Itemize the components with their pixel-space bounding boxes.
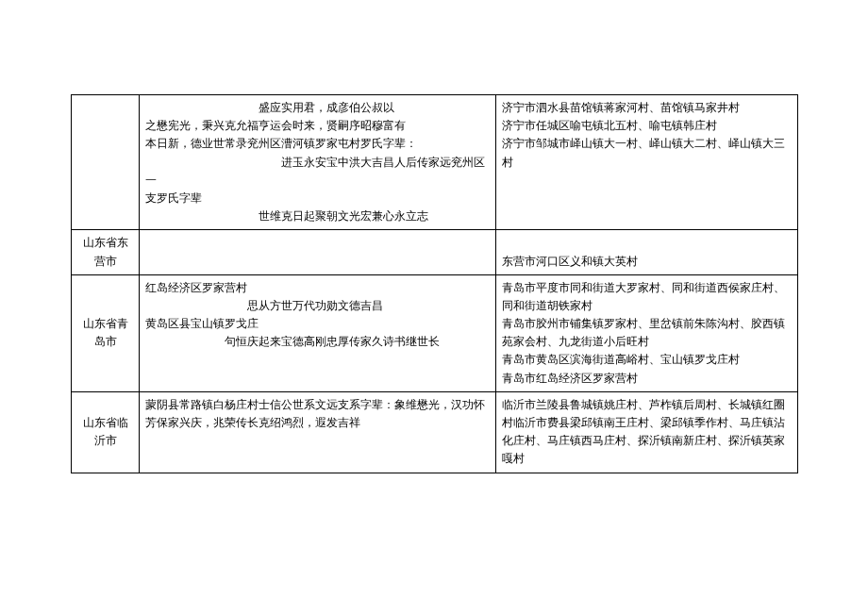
middle-cell: 盛应实用君，成彦伯公叔以之懋宪光，秉兴克允福亨运会时来，贤嗣序昭穆富有本日新，德… [140,95,496,230]
right-cell: 济宁市泗水县苗馆镇蒋家河村、苗馆镇马家井村济宁市任城区喻屯镇北五村、喻屯镇韩庄村… [496,95,798,230]
middle-line: 蒙阴县常路镇白杨庄村士信公世系文远支系字辈：象维懋光，汉功怀芳保家兴庆，兆荣传长… [145,396,490,432]
middle-line: 盛应实用君，成彦伯公叔以 [145,99,490,117]
right-line: 青岛市红岛经济区罗家营村 [502,370,792,388]
middle-cell [140,230,496,274]
right-line: 济宁市任城区喻屯镇北五村、喻屯镇韩庄村 [502,117,792,135]
middle-line: 思从方世万代功勋文德吉昌 [145,297,490,315]
right-line: 青岛市平度市同和街道大罗家村、同和街道西侯家庄村、同和街道胡铁家村 [502,279,792,315]
region-cell: 山东省临沂市 [72,391,140,473]
region-cell: 山东省青岛市 [72,274,140,391]
right-line: 济宁市邹城市峄山镇大一村、峄山镇大二村、峄山镇大三村 [502,135,792,171]
middle-line: 进玉永安宝中洪大吉昌人后传家远兖州区一 [145,154,490,190]
right-line: 临沂市兰陵县鲁城镇姚庄村、芦柞镇后周村、长城镇红圈村临沂市费县梁邱镇南王庄村、梁… [502,396,792,469]
middle-line: 红岛经济区罗家营村 [145,279,490,297]
region-cell: 山东省东营市 [72,230,140,274]
middle-line: 句恒庆起来宝德高刚忠厚传家久诗书继世长 [145,333,490,351]
region-cell [72,95,140,230]
middle-line: 之懋宪光，秉兴克允福亨运会时来，贤嗣序昭穆富有 [145,117,490,135]
right-cell: 东营市河口区义和镇大英村 [496,230,798,274]
middle-line: 本日新，德业世常录兖州区漕河镇罗家屯村罗氏字辈： [145,135,490,153]
right-line: 济宁市泗水县苗馆镇蒋家河村、苗馆镇马家井村 [502,99,792,117]
right-line: 青岛市胶州市铺集镇罗家村、里岔镇前朱陈沟村、胶西镇苑家会村、九龙街道小后旺村 [502,315,792,351]
right-line: 东营市河口区义和镇大英村 [502,253,792,271]
middle-line: 世维克日起聚朝文光宏兼心永立志 [145,207,490,225]
right-cell: 青岛市平度市同和街道大罗家村、同和街道西侯家庄村、同和街道胡铁家村青岛市胶州市铺… [496,274,798,391]
middle-line: 黄岛区县宝山镇罗戈庄 [145,315,490,333]
right-line: 青岛市黄岛区滨海街道高峪村、宝山镇罗戈庄村 [502,351,792,369]
middle-cell: 红岛经济区罗家营村 思从方世万代功勋文德吉昌黄岛区县宝山镇罗戈庄 句恒庆起来宝德… [140,274,496,391]
middle-cell: 蒙阴县常路镇白杨庄村士信公世系文远支系字辈：象维懋光，汉功怀芳保家兴庆，兆荣传长… [140,391,496,473]
middle-line: 支罗氏字辈 [145,190,490,207]
genealogy-table: 盛应实用君，成彦伯公叔以之懋宪光，秉兴克允福亨运会时来，贤嗣序昭穆富有本日新，德… [71,94,798,473]
right-cell: 临沂市兰陵县鲁城镇姚庄村、芦柞镇后周村、长城镇红圈村临沂市费县梁邱镇南王庄村、梁… [496,391,798,473]
